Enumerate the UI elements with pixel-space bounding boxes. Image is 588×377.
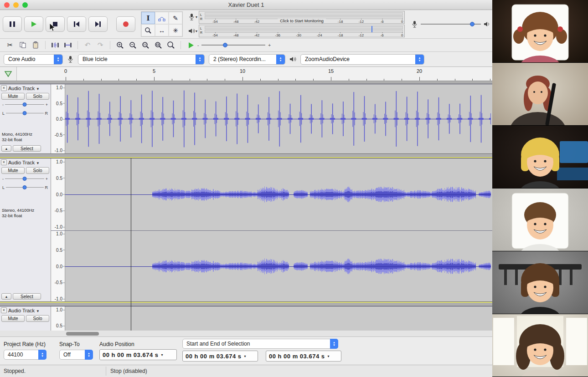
recording-channels-select[interactable]: 2 (Stereo) Recordin... ▲▼ (209, 54, 285, 65)
skip-to-start-button[interactable] (67, 16, 86, 32)
pause-button[interactable] (3, 16, 22, 32)
multi-tool-button[interactable]: ✳ (169, 24, 182, 36)
status-bar: Stopped. Stop (disabled) (0, 365, 492, 377)
play-speed-slider[interactable] (201, 42, 265, 48)
redo-button[interactable]: ↷ (95, 40, 106, 50)
project-rate-select[interactable]: 44100 ▲▼ (4, 350, 46, 360)
track-pan-slider[interactable]: LR (2, 184, 48, 190)
format-dropdown-icon[interactable]: ▾ (327, 354, 330, 358)
zoom-in-button[interactable] (114, 40, 125, 50)
minimize-window-button[interactable] (13, 2, 19, 8)
selection-start-field[interactable]: 00 h 00 m 03.674 s ▾ (182, 351, 258, 362)
recording-device-select[interactable]: Blue Icicle ▲▼ (78, 54, 205, 65)
track-mute-button[interactable]: Mute (1, 315, 25, 322)
slider-thumb[interactable] (22, 102, 26, 107)
participant-video-3[interactable] (492, 126, 588, 188)
record-button[interactable] (116, 16, 135, 32)
horizontal-scrollbar[interactable] (0, 331, 492, 337)
waveform-canvas[interactable] (65, 158, 491, 301)
snap-to-select[interactable]: Off ▲▼ (59, 350, 93, 360)
paste-button[interactable] (30, 40, 41, 50)
track-gain-slider[interactable]: -+ (2, 176, 48, 182)
track-solo-button[interactable]: Solo (26, 93, 49, 100)
track-waveform-display[interactable] (65, 306, 492, 331)
selection-tool-button[interactable]: I (141, 12, 155, 24)
envelope-tool-button[interactable] (155, 12, 169, 24)
track-solo-button[interactable]: Solo (26, 315, 49, 322)
track-close-button[interactable]: × (1, 85, 7, 91)
close-window-button[interactable] (4, 2, 10, 8)
participant-video-2[interactable] (492, 63, 588, 126)
track-close-button[interactable]: × (1, 307, 7, 313)
recording-volume-slider[interactable] (421, 21, 481, 27)
maximize-window-button[interactable] (22, 2, 28, 8)
zoom-tool-button[interactable] (141, 24, 155, 36)
record-meter-dropdown[interactable]: ▾ (196, 15, 197, 19)
audio-host-select[interactable]: Core Audio ▲▼ (4, 54, 63, 65)
track-name-menu[interactable]: Audio Track▼ (8, 160, 40, 165)
audio-track-1[interactable]: ×Audio Track▼MuteSolo-+LRMono, 44100Hz32… (0, 84, 492, 154)
ruler-scale-label: -1.0 (55, 296, 62, 301)
track-solo-button[interactable]: Solo (26, 167, 49, 174)
playback-meter[interactable]: L R -54-48-42-36-30-24-18-12-60 (199, 25, 405, 37)
track-mute-button[interactable]: Mute (1, 93, 25, 100)
play-button[interactable] (24, 16, 43, 32)
tracks-area[interactable]: ×Audio Track▼MuteSolo-+LRMono, 44100Hz32… (0, 81, 492, 331)
fit-project-button[interactable] (153, 40, 164, 50)
selection-mode-select[interactable]: Start and End of Selection ▲▼ (182, 339, 338, 349)
zoom-out-button[interactable] (127, 40, 138, 50)
track-close-button[interactable]: × (1, 159, 7, 165)
draw-tool-button[interactable]: ✎ (169, 12, 182, 24)
zoom-toggle-button[interactable] (165, 40, 176, 50)
copy-button[interactable] (17, 40, 28, 50)
zoom-toggle-icon (167, 41, 175, 49)
cut-button[interactable]: ✂ (5, 40, 15, 50)
track-gain-slider[interactable]: -+ (2, 102, 48, 107)
recording-volume-thumb[interactable] (470, 22, 475, 26)
track-pan-slider[interactable]: LR (2, 110, 48, 116)
ruler-scale-label: 0.5 (56, 175, 62, 180)
time-shift-tool-button[interactable]: ↔ (155, 24, 169, 36)
pinned-play-head-button[interactable] (0, 67, 17, 81)
horizontal-scrollbar-thumb[interactable] (66, 332, 99, 336)
titlebar[interactable]: Xavier Duet 1 (0, 0, 492, 10)
slider-thumb[interactable] (23, 111, 27, 115)
waveform-canvas[interactable] (65, 84, 491, 153)
timeline-ruler[interactable]: 05101520 (0, 67, 492, 81)
track-waveform-display[interactable] (65, 158, 492, 301)
track-mute-button[interactable]: Mute (1, 167, 25, 174)
timeline-tick (366, 79, 367, 81)
silence-audio-button[interactable] (62, 40, 73, 50)
track-collapse-button[interactable]: ▲ (1, 145, 11, 152)
track-name-menu[interactable]: Audio Track▼ (8, 308, 40, 313)
participant-video-4[interactable] (492, 188, 588, 251)
play-speed-thumb[interactable] (223, 43, 227, 47)
monitor-text[interactable]: Click to Start Monitoring (278, 19, 326, 23)
track-name-menu[interactable]: Audio Track▼ (8, 86, 40, 91)
track-collapse-button[interactable]: ▲ (1, 293, 11, 300)
audio-track-3[interactable]: ×Audio Track▼MuteSolo1.00.5 (0, 306, 492, 331)
slider-thumb[interactable] (23, 185, 27, 189)
audio-position-field[interactable]: 00 h 00 m 03.674 s ▾ (99, 349, 177, 360)
undo-icon: ↶ (85, 41, 91, 49)
format-dropdown-icon[interactable]: ▾ (161, 353, 163, 357)
stop-button[interactable] (46, 16, 65, 32)
participant-video-6[interactable] (492, 314, 588, 377)
selection-end-field[interactable]: 00 h 00 m 03.674 s ▾ (266, 351, 341, 362)
participant-video-5[interactable] (492, 251, 588, 314)
track-select-button[interactable]: Select (13, 145, 41, 152)
track-waveform-display[interactable] (65, 84, 492, 153)
format-dropdown-icon[interactable]: ▾ (244, 354, 246, 358)
track-select-button[interactable]: Select (13, 293, 41, 300)
undo-button[interactable]: ↶ (82, 40, 93, 50)
audio-track-2[interactable]: ×Audio Track▼MuteSolo-+LRStereo, 44100Hz… (0, 158, 492, 302)
play-at-speed-icon[interactable] (188, 42, 195, 49)
participant-video-1[interactable] (492, 0, 588, 63)
fit-selection-button[interactable] (140, 40, 151, 50)
slider-thumb[interactable] (22, 177, 26, 181)
playback-device-select[interactable]: ZoomAudioDevice ▲▼ (300, 54, 424, 65)
play-meter-dropdown[interactable]: ▾ (196, 29, 197, 33)
trim-audio-button[interactable] (50, 40, 61, 50)
recording-meter[interactable]: L R -54-48-42-18-12-60 Click to Start Mo… (199, 11, 405, 24)
skip-to-end-button[interactable] (88, 16, 108, 32)
